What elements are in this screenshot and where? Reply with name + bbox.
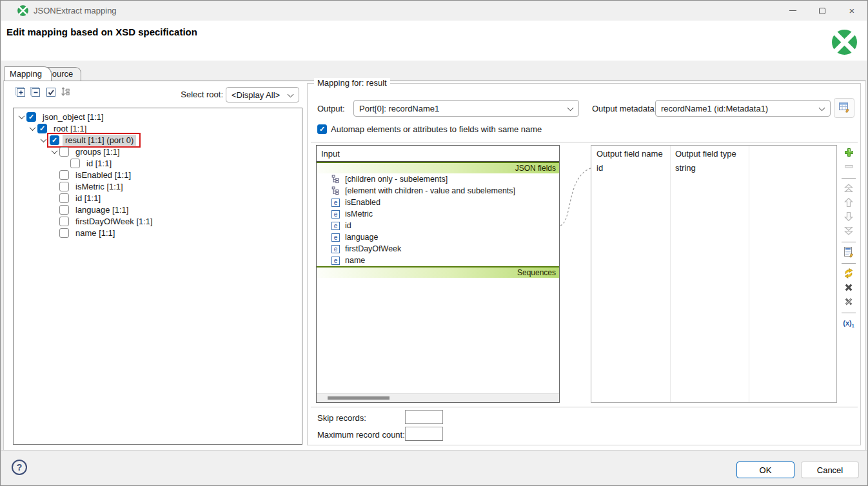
- tree-item-checkbox[interactable]: ✓: [50, 135, 59, 145]
- clear-all-mappings-button[interactable]: [840, 295, 857, 309]
- tree-item[interactable]: firstDayOfWeek [1:1]: [14, 215, 302, 227]
- red-annotation-box: ✓result [1:1] (port 0): [47, 133, 141, 148]
- skip-records-label: Skip records:: [317, 413, 366, 423]
- edit-metadata-list-icon: [842, 246, 855, 260]
- output-column-header[interactable]: Output field name: [591, 149, 670, 159]
- move-down-icon: [843, 211, 854, 224]
- input-field-row[interactable]: elanguage: [317, 231, 559, 243]
- clear-mapping-icon: [843, 282, 854, 295]
- tree-item-checkbox[interactable]: ✓: [37, 124, 47, 133]
- tree-order-icon: [60, 86, 72, 100]
- expand-all-icon: [15, 86, 27, 101]
- output-table-header: Output field nameOutput field type: [591, 146, 836, 161]
- wildcard-mapping-icon: (x)1: [843, 319, 854, 328]
- output-fields-table[interactable]: Output field nameOutput field type idstr…: [591, 145, 837, 403]
- chevron-expanded-icon[interactable]: [49, 150, 59, 154]
- tree-item-checkbox[interactable]: [59, 193, 69, 203]
- tree-item-checkbox[interactable]: [59, 170, 69, 180]
- tree-item-checkbox[interactable]: [59, 217, 69, 226]
- horizontal-scrollbar[interactable]: [317, 393, 559, 402]
- output-port-combo[interactable]: Port[0]: recordName1: [353, 100, 579, 117]
- move-bottom-button: [840, 224, 857, 238]
- edit-metadata-button[interactable]: [834, 98, 854, 118]
- field-toolbar: (x)1: [839, 146, 858, 331]
- tree-item[interactable]: id [1:1]: [14, 192, 302, 204]
- output-metadata-value: recordName1 (id:Metadata1): [661, 104, 768, 113]
- tree-item[interactable]: language [1:1]: [14, 204, 302, 215]
- cancel-button[interactable]: Cancel: [801, 462, 859, 478]
- column-divider: [670, 146, 671, 402]
- tab-mapping[interactable]: Mapping: [4, 66, 52, 81]
- output-field-row[interactable]: idstring: [591, 161, 836, 175]
- skip-records-input[interactable]: [405, 410, 443, 424]
- tree-item-label: id [1:1]: [84, 158, 114, 169]
- tree-item-checkbox[interactable]: [59, 182, 69, 191]
- chevron-expanded-icon[interactable]: [16, 115, 26, 119]
- automap-checkbox[interactable]: ✓: [317, 124, 327, 134]
- automap-button[interactable]: [840, 267, 857, 281]
- button-bar: ? OK Cancel: [1, 450, 867, 485]
- output-field-cell: string: [670, 163, 749, 173]
- check-items-icon: [45, 86, 57, 100]
- minimize-button[interactable]: [778, 1, 807, 21]
- input-field-row[interactable]: efirstDayOfWeek: [317, 243, 559, 255]
- tree-item-checkbox[interactable]: [59, 228, 69, 238]
- tree-item-checkbox[interactable]: [59, 205, 69, 215]
- tree-item-checkbox[interactable]: [59, 147, 69, 157]
- expand-all-button[interactable]: [14, 86, 28, 100]
- output-field-cell: id: [591, 163, 670, 173]
- mapping-group: Mapping for: result Output: Port[0]: rec…: [307, 83, 861, 445]
- output-label: Output:: [317, 104, 345, 113]
- input-field-row[interactable]: eid: [317, 220, 559, 231]
- wildcard-mapping-button[interactable]: (x)1: [840, 316, 857, 331]
- tree-item[interactable]: ✓result [1:1] (port 0): [14, 134, 302, 146]
- category-band: Sequences: [317, 266, 559, 278]
- input-field-row[interactable]: eisEnabled: [317, 197, 559, 208]
- subtree-icon: [331, 175, 340, 184]
- toolbar-separator: [842, 313, 856, 313]
- tree-item-label: name [1:1]: [73, 228, 117, 238]
- element-icon: e: [331, 210, 340, 219]
- tab-bar: Mapping Source: [1, 61, 867, 81]
- tree-item-checkbox[interactable]: ✓: [26, 112, 36, 122]
- mapping-group-label: Mapping for: result: [314, 78, 390, 88]
- tree-item-label: json_object [1:1]: [40, 112, 106, 122]
- tree-item-label: language [1:1]: [73, 204, 131, 215]
- add-field-button[interactable]: [840, 146, 857, 160]
- ok-button[interactable]: OK: [736, 462, 794, 478]
- input-field-row[interactable]: [children only - subelements]: [317, 173, 559, 185]
- tree-item[interactable]: name [1:1]: [14, 227, 302, 238]
- collapse-all-button[interactable]: [29, 86, 43, 100]
- tree-item-label: result [1:1] (port 0): [63, 135, 136, 146]
- tree-order-button[interactable]: [59, 86, 72, 100]
- edit-metadata-list-button[interactable]: [840, 246, 857, 260]
- close-button[interactable]: ×: [837, 1, 867, 21]
- tree-item[interactable]: id [1:1]: [14, 157, 302, 169]
- chevron-expanded-icon[interactable]: [27, 126, 37, 131]
- max-record-count-input[interactable]: [405, 427, 443, 441]
- select-root-combo[interactable]: <Display All>: [226, 87, 299, 102]
- tree-item[interactable]: ✓json_object [1:1]: [14, 111, 302, 122]
- tree-item-checkbox[interactable]: [70, 159, 80, 168]
- minimize-icon: [789, 10, 796, 11]
- subtree-icon: [331, 186, 340, 195]
- move-up-icon: [843, 197, 854, 210]
- tree-item[interactable]: groups [1:1]: [14, 146, 302, 157]
- xml-structure-tree[interactable]: ✓json_object [1:1]✓root [1:1]✓result [1:…: [13, 108, 302, 445]
- output-metadata-combo[interactable]: recordName1 (id:Metadata1): [655, 100, 831, 117]
- check-items-button[interactable]: [44, 86, 57, 100]
- clear-mapping-button[interactable]: [840, 281, 857, 295]
- clear-all-mappings-icon: [843, 296, 854, 309]
- output-column-header[interactable]: Output field type: [670, 149, 749, 159]
- scrollbar-thumb[interactable]: [328, 396, 390, 400]
- input-field-row[interactable]: eisMetric: [317, 208, 559, 220]
- automap-label: Automap elements or attributes to fields…: [331, 124, 542, 134]
- tree-item[interactable]: isEnabled [1:1]: [14, 169, 302, 180]
- help-button[interactable]: ?: [12, 460, 27, 475]
- maximize-button[interactable]: [807, 1, 837, 21]
- input-field-row[interactable]: ename: [317, 255, 559, 266]
- input-field-row[interactable]: [element with children - value and subel…: [317, 185, 559, 197]
- tree-item[interactable]: isMetric [1:1]: [14, 180, 302, 192]
- input-fields-table[interactable]: Input JSON fields[children only - subele…: [316, 145, 560, 403]
- main-content: Select root: <Display All> ✓json_object …: [3, 81, 866, 450]
